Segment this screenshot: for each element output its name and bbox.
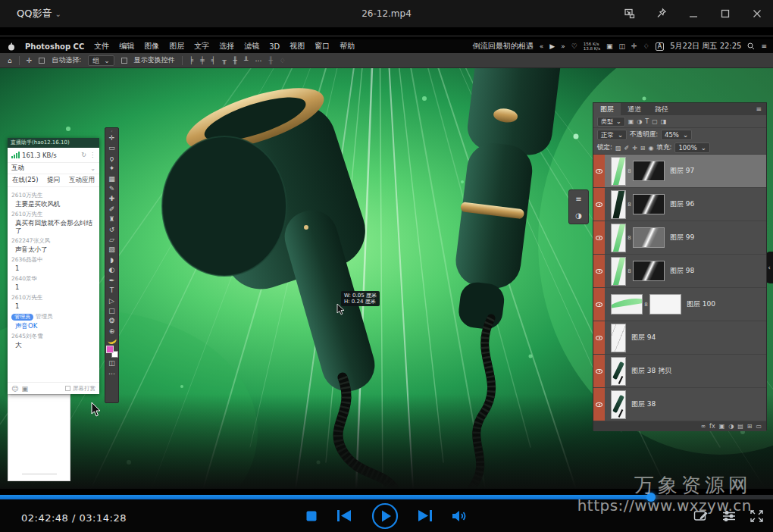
- layer-mask-thumbnail[interactable]: [633, 194, 665, 214]
- crop-tool[interactable]: ▦: [105, 174, 118, 184]
- quick-select-tool[interactable]: ✦: [105, 164, 118, 174]
- layer-name[interactable]: 图层 38: [631, 399, 656, 409]
- layer-effects-icon[interactable]: fx: [709, 423, 715, 430]
- layer-thumbnail[interactable]: [611, 390, 626, 419]
- refresh-icon[interactable]: ↻: [81, 152, 86, 158]
- layer-row[interactable]: 8 图层 96: [593, 188, 766, 221]
- delete-layer-icon[interactable]: ▭: [756, 423, 762, 430]
- image-upload-icon[interactable]: ▣: [21, 385, 28, 393]
- align-top-icon[interactable]: ╥: [222, 57, 226, 64]
- emoji-icon[interactable]: ☺: [11, 385, 18, 393]
- media-play-icon[interactable]: ▶: [549, 42, 555, 50]
- seek-handle[interactable]: [646, 493, 656, 502]
- menu-filter[interactable]: 滤镜: [244, 41, 259, 52]
- pen-tool[interactable]: ✒: [105, 276, 118, 286]
- visibility-cell[interactable]: [593, 288, 605, 321]
- layer-thumbnail[interactable]: [611, 190, 626, 219]
- visibility-cell[interactable]: [593, 255, 605, 287]
- mini-mode-button[interactable]: [620, 4, 640, 23]
- move-tool[interactable]: ✛: [105, 133, 118, 143]
- tab-online[interactable]: 在线(25): [12, 176, 38, 185]
- control-center-icon[interactable]: ♢: [643, 42, 649, 50]
- collapse-icon[interactable]: ⌄: [90, 165, 95, 172]
- layer-name[interactable]: 图层 100: [687, 299, 715, 309]
- quick-mask-button[interactable]: ◫: [105, 358, 118, 368]
- volume-button[interactable]: [452, 510, 467, 522]
- previous-button[interactable]: [337, 510, 351, 521]
- notification-list-icon[interactable]: ≡: [761, 42, 767, 50]
- layer-mask-thumbnail[interactable]: [633, 261, 665, 281]
- shape-filter-icon[interactable]: ▢: [652, 118, 658, 125]
- pin-button[interactable]: [652, 4, 671, 23]
- lock-paint-icon[interactable]: ✐: [624, 145, 629, 152]
- align-left-icon[interactable]: ╞: [189, 57, 193, 64]
- stop-button[interactable]: [306, 511, 317, 521]
- eyedropper-tool[interactable]: ✎: [105, 184, 118, 194]
- chat-input-panel[interactable]: [8, 394, 70, 481]
- properties-panel-icon[interactable]: ≡: [575, 195, 581, 203]
- layer-row[interactable]: 8 图层 100: [593, 288, 766, 321]
- more-options-icon[interactable]: ⋯: [255, 57, 261, 64]
- filter-kind-dropdown[interactable]: 类型 ⌄: [597, 117, 625, 127]
- layer-row[interactable]: 8 图层 98: [593, 255, 766, 288]
- dodge-tool[interactable]: ◐: [105, 265, 118, 275]
- align-right-icon[interactable]: ╡: [211, 57, 215, 64]
- visibility-cell[interactable]: [593, 221, 605, 254]
- layer-thumbnail[interactable]: [611, 294, 643, 315]
- menu-3d[interactable]: 3D: [269, 42, 280, 51]
- link-layers-icon[interactable]: ∞: [700, 423, 706, 430]
- lock-position-icon[interactable]: ✛: [632, 145, 637, 152]
- layer-mask-thumbnail[interactable]: [649, 294, 681, 315]
- screen-mode-button[interactable]: ⋯: [105, 369, 118, 379]
- show-transform-checkbox[interactable]: [121, 58, 127, 64]
- menu-file[interactable]: 文件: [94, 41, 109, 52]
- marquee-tool[interactable]: ▭: [105, 143, 118, 153]
- screen-record-icon[interactable]: ▣: [606, 42, 613, 50]
- chat-window-title[interactable]: 直播助手(hao12.16.10): [8, 138, 99, 148]
- new-layer-icon[interactable]: ⊞: [747, 423, 753, 430]
- close-button[interactable]: [747, 4, 767, 23]
- align-center-icon[interactable]: ╪: [200, 57, 204, 64]
- layer-thumbnail[interactable]: [611, 324, 626, 352]
- tab-paths[interactable]: 路径: [648, 103, 675, 115]
- layer-name[interactable]: 图层 94: [631, 333, 656, 343]
- visibility-cell[interactable]: [593, 355, 605, 387]
- layer-name[interactable]: 图层 98: [670, 266, 694, 276]
- layer-thumbnail[interactable]: [611, 257, 626, 286]
- lock-artboard-icon[interactable]: ⊞: [640, 145, 646, 152]
- opacity-dropdown[interactable]: 45% ⌄: [661, 130, 692, 140]
- move-status-icon[interactable]: ✛: [631, 42, 637, 50]
- shape-tool[interactable]: □: [105, 306, 118, 316]
- play-button[interactable]: [371, 502, 399, 530]
- menu-edit[interactable]: 编辑: [119, 41, 134, 52]
- tab-layers[interactable]: 图层: [593, 103, 621, 115]
- layer-name[interactable]: 图层 38 拷贝: [631, 366, 671, 376]
- hand-tool[interactable]: ❂: [105, 316, 118, 326]
- type-filter-icon[interactable]: T: [645, 118, 649, 125]
- foreground-color-swatch[interactable]: [106, 346, 114, 353]
- healing-tool[interactable]: ✚: [105, 194, 118, 204]
- seek-bar[interactable]: [0, 495, 773, 499]
- input-method-badge[interactable]: A: [656, 42, 664, 51]
- clone-stamp-tool[interactable]: ♜: [105, 214, 118, 224]
- home-icon[interactable]: ⌂: [8, 57, 12, 64]
- layer-row[interactable]: 图层 94: [593, 321, 766, 355]
- maximize-button[interactable]: [715, 4, 735, 23]
- blur-tool[interactable]: ◗: [105, 255, 118, 265]
- layer-name[interactable]: 图层 97: [670, 166, 694, 176]
- history-brush-tool[interactable]: ↺: [105, 225, 118, 235]
- eraser-tool[interactable]: ▱: [105, 235, 118, 245]
- auto-select-dropdown[interactable]: 组 ⌄: [88, 55, 114, 66]
- new-group-icon[interactable]: ▤: [737, 423, 743, 430]
- brush-tool[interactable]: ✐: [105, 205, 118, 214]
- lock-transparent-icon[interactable]: ▨: [615, 145, 621, 152]
- layer-thumbnail[interactable]: [611, 224, 626, 252]
- layer-row[interactable]: 图层 38: [593, 388, 766, 421]
- menu-image[interactable]: 图像: [144, 41, 159, 52]
- playlist-settings-icon[interactable]: [721, 509, 737, 523]
- add-mask-icon[interactable]: ▣: [719, 423, 725, 430]
- path-select-tool[interactable]: ▷: [105, 296, 118, 306]
- next-button[interactable]: [418, 510, 432, 521]
- toolbox-grip[interactable]: ‹: [111, 128, 112, 133]
- visibility-cell[interactable]: [593, 388, 605, 421]
